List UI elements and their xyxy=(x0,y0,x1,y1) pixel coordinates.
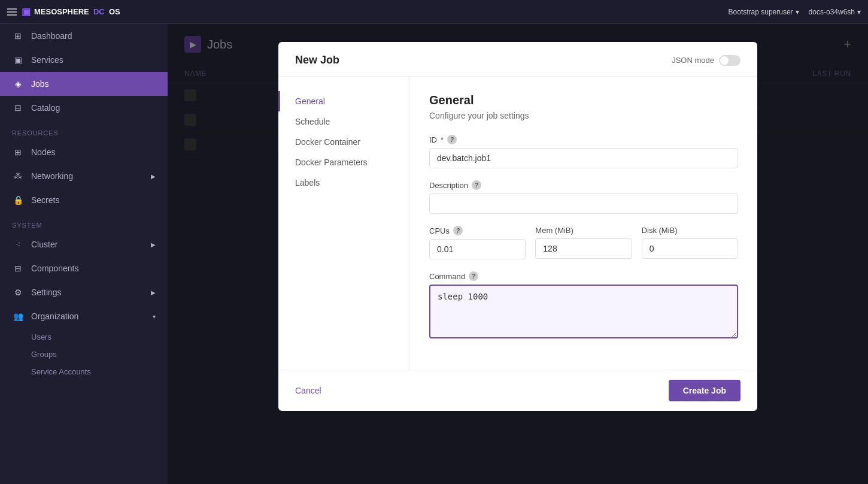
hamburger-menu[interactable] xyxy=(7,8,17,16)
id-input[interactable] xyxy=(429,148,738,168)
description-label: Description ? xyxy=(429,180,738,190)
description-help-icon: ? xyxy=(472,180,481,190)
sidebar-item-label: Nodes xyxy=(31,147,55,157)
app-logo: ▣ MESOSPHERE DC OS xyxy=(22,6,120,17)
nav-item-labels[interactable]: Labels xyxy=(278,173,409,193)
sidebar-item-label: Organization xyxy=(31,311,78,321)
json-mode-label: JSON mode xyxy=(672,56,714,65)
sidebar-item-organization[interactable]: 👥 Organization ▾ xyxy=(0,304,168,328)
sidebar-item-dashboard[interactable]: ⊞ Dashboard xyxy=(0,24,168,48)
command-help-icon: ? xyxy=(469,271,478,281)
mem-label: Mem (MiB) xyxy=(535,226,632,235)
sidebar-item-settings[interactable]: ⚙ Settings ▶ xyxy=(0,280,168,304)
system-section-label: System xyxy=(0,212,168,232)
chevron-right-icon: ▶ xyxy=(151,173,156,180)
general-section-subtitle: Configure your job settings xyxy=(429,111,738,120)
sidebar-item-label: Catalog xyxy=(31,103,60,113)
logo-icon: ▣ xyxy=(22,6,31,17)
organization-icon: 👥 xyxy=(12,310,24,322)
username-label: docs-o34w6sh xyxy=(809,8,855,16)
cpus-label: CPUs ? xyxy=(429,226,526,235)
content-area: ▶ Jobs + Name Last Run Ne xyxy=(168,24,868,484)
json-mode-switch[interactable] xyxy=(719,55,740,66)
chevron-right-icon: ▶ xyxy=(151,241,156,248)
modal-body: General Schedule Docker Container Docker… xyxy=(278,77,757,370)
user-label: Bootstrap superuser xyxy=(729,8,793,16)
command-label: Command ? xyxy=(429,271,738,281)
secrets-icon: 🔒 xyxy=(12,194,24,206)
components-icon: ⊟ xyxy=(12,262,24,274)
create-job-button[interactable]: Create Job xyxy=(669,380,740,401)
cpus-form-group: CPUs ? xyxy=(429,226,526,259)
sidebar-item-services[interactable]: ▣ Services xyxy=(0,48,168,72)
cluster-icon: ⁖ xyxy=(12,238,24,250)
id-label: ID * ? xyxy=(429,135,738,144)
resources-row: CPUs ? Mem (MiB) xyxy=(429,226,738,259)
disk-label: Disk (MiB) xyxy=(642,226,738,235)
general-section-title: General xyxy=(429,93,738,107)
sidebar-item-components[interactable]: ⊟ Components xyxy=(0,256,168,280)
sidebar-item-label: Dashboard xyxy=(31,31,72,41)
sidebar-item-label: Cluster xyxy=(31,240,57,249)
nav-item-docker-parameters[interactable]: Docker Parameters xyxy=(278,152,409,173)
disk-form-group: Disk (MiB) xyxy=(642,226,738,259)
sidebar-item-cluster[interactable]: ⁖ Cluster ▶ xyxy=(0,232,168,256)
sidebar-item-secrets[interactable]: 🔒 Secrets xyxy=(0,188,168,212)
sidebar-item-label: Networking xyxy=(31,171,73,181)
sidebar-sub-label: Users xyxy=(31,332,51,341)
sidebar-item-groups[interactable]: Groups xyxy=(0,346,168,363)
sidebar-item-nodes[interactable]: ⊞ Nodes xyxy=(0,140,168,164)
cancel-button[interactable]: Cancel xyxy=(295,381,321,400)
chevron-right-icon: ▶ xyxy=(151,289,156,296)
nav-item-schedule[interactable]: Schedule xyxy=(278,111,409,132)
nav-item-general[interactable]: General xyxy=(278,91,409,111)
username-dropdown-icon: ▾ xyxy=(857,8,861,16)
cpus-help-icon: ? xyxy=(453,226,463,235)
services-icon: ▣ xyxy=(12,54,24,66)
sidebar-sub-label: Service Accounts xyxy=(31,367,91,376)
sidebar-item-jobs[interactable]: ◈ Jobs xyxy=(0,72,168,96)
topbar: ▣ MESOSPHERE DC OS Bootstrap superuser ▾… xyxy=(0,0,868,24)
modal-nav: General Schedule Docker Container Docker… xyxy=(278,77,410,370)
logo-text: MESOSPHERE DC OS xyxy=(34,7,120,16)
id-form-group: ID * ? xyxy=(429,135,738,168)
modal-title: New Job xyxy=(295,54,339,66)
mem-form-group: Mem (MiB) xyxy=(535,226,632,259)
resources-section-label: Resources xyxy=(0,120,168,140)
sidebar-item-catalog[interactable]: ⊟ Catalog xyxy=(0,96,168,120)
disk-input[interactable] xyxy=(642,238,738,259)
user-menu[interactable]: Bootstrap superuser ▾ xyxy=(729,8,799,16)
sidebar-sub-label: Groups xyxy=(31,350,57,359)
modal-form-content: General Configure your job settings ID *… xyxy=(410,77,757,370)
chevron-down-icon: ▾ xyxy=(153,313,156,320)
cpus-input[interactable] xyxy=(429,239,526,259)
sidebar-item-label: Components xyxy=(31,264,78,273)
settings-icon: ⚙ xyxy=(12,286,24,298)
sidebar: ⊞ Dashboard ▣ Services ◈ Jobs ⊟ Catalog … xyxy=(0,24,168,484)
username-menu[interactable]: docs-o34w6sh ▾ xyxy=(809,8,861,16)
nav-item-docker-container[interactable]: Docker Container xyxy=(278,132,409,152)
catalog-icon: ⊟ xyxy=(12,102,24,114)
mem-input[interactable] xyxy=(535,238,632,259)
sidebar-item-networking[interactable]: ⁂ Networking ▶ xyxy=(0,164,168,188)
dashboard-icon: ⊞ xyxy=(12,30,24,42)
json-mode-toggle[interactable]: JSON mode xyxy=(672,55,740,66)
modal-footer: Cancel Create Job xyxy=(278,370,757,411)
sidebar-item-label: Settings xyxy=(31,288,62,297)
command-textarea[interactable]: sleep 1000 xyxy=(429,285,738,338)
sidebar-item-label: Jobs xyxy=(31,79,49,89)
sidebar-item-label: Secrets xyxy=(31,195,59,205)
jobs-icon: ◈ xyxy=(12,78,24,90)
modal-overlay: New Job JSON mode General xyxy=(168,24,868,484)
modal-header: New Job JSON mode xyxy=(278,42,757,77)
user-dropdown-icon: ▾ xyxy=(796,8,799,16)
sidebar-item-users[interactable]: Users xyxy=(0,328,168,346)
command-form-group: Command ? sleep 1000 xyxy=(429,271,738,341)
sidebar-item-label: Services xyxy=(31,55,63,65)
description-input[interactable] xyxy=(429,193,738,214)
sidebar-item-service-accounts[interactable]: Service Accounts xyxy=(0,363,168,380)
new-job-modal: New Job JSON mode General xyxy=(278,42,757,411)
networking-icon: ⁂ xyxy=(12,170,24,182)
description-form-group: Description ? xyxy=(429,180,738,214)
nodes-icon: ⊞ xyxy=(12,146,24,158)
